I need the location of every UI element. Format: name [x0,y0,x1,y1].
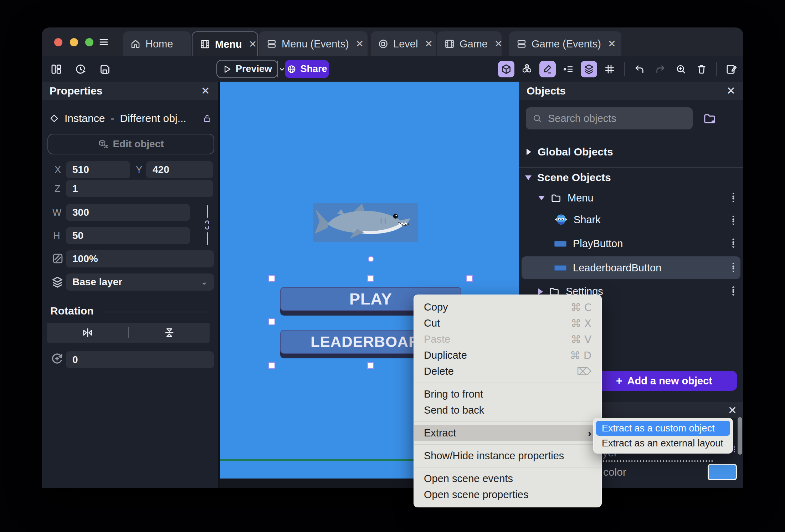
undo-icon[interactable] [631,61,648,77]
caret-down-icon[interactable] [525,175,532,180]
tab-game-events[interactable]: Game (Events) ✕ [509,31,621,56]
traffic-light-zoom[interactable] [85,38,93,46]
tab-menu[interactable]: Menu ✕ [192,31,258,56]
x-input[interactable] [66,161,130,178]
menu-item-copy[interactable]: Copy⌘ C [414,299,601,315]
share-button[interactable]: Share [285,60,329,78]
edit-mode-pencil-icon[interactable] [539,61,556,77]
tree-item-menu-folder[interactable]: Menu [538,192,594,204]
preview-button[interactable]: Preview [216,60,278,78]
properties-panel: Properties ✕ Instance - Different obj...… [42,82,220,488]
tree-item-shark[interactable]: Shark [554,213,601,226]
save-icon[interactable] [97,61,113,77]
traffic-light-close[interactable] [54,38,62,46]
z-input[interactable] [66,180,213,197]
menu-item-open-scene-properties[interactable]: Open scene properties [414,487,601,503]
global-objects-row[interactable]: Global Objects [527,146,613,158]
add-new-object-button[interactable]: + Add a new object [591,371,737,391]
layers-icon[interactable] [581,61,597,77]
panel-scrollbar[interactable] [738,417,742,455]
close-layers-panel-icon[interactable]: ✕ [728,404,737,416]
menu-item-show-hide-instance-properties[interactable]: Show/Hide instance properties [414,448,601,464]
selection-handle[interactable] [268,318,275,325]
trash-icon[interactable] [693,61,710,77]
submenu-item-label: Extract as a custom object [602,423,715,434]
close-tab-icon[interactable]: ✕ [494,39,503,49]
menu-item-duplicate[interactable]: Duplicate⌘ D [414,347,601,363]
row-menu-icon[interactable] [730,285,737,297]
menu-item-label: Bring to front [424,388,483,400]
close-properties-icon[interactable]: ✕ [201,86,210,96]
traffic-light-minimize[interactable] [70,38,78,46]
scene-objects-row[interactable]: Scene Objects [525,172,611,184]
rotate-handle[interactable] [368,256,374,262]
instance-list-icon[interactable] [560,61,576,77]
caret-right-icon[interactable] [527,149,531,155]
menu-item-cut[interactable]: Cut⌘ X [414,315,601,331]
menu-item-send-to-back[interactable]: Send to back [414,402,601,418]
tab-home[interactable]: Home [123,31,191,56]
flip-vertical-button[interactable] [129,326,210,339]
row-menu-icon[interactable] [730,237,737,249]
search-objects-input[interactable] [547,112,686,125]
edit-scene-properties-icon[interactable] [723,61,740,77]
opacity-input[interactable] [66,250,214,267]
hamburger-menu-icon[interactable] [97,37,110,47]
object-mode-icon[interactable] [498,61,514,77]
grid-icon[interactable] [601,61,618,77]
h-input[interactable] [66,227,190,244]
tab-menu-events[interactable]: Menu (Events) ✕ [259,31,368,56]
link-dimensions-toggle[interactable] [203,205,211,247]
row-menu-icon[interactable] [730,261,737,273]
layer-select[interactable]: Base layer ⌄ [66,273,214,291]
shark-sprite[interactable] [313,203,418,242]
search-objects-box[interactable] [526,107,693,129]
w-input[interactable] [66,204,190,221]
history-icon[interactable] [72,61,89,77]
caret-down-icon[interactable] [538,196,545,200]
level-icon [378,39,389,49]
instances-icon[interactable] [519,61,535,77]
menu-item-extract[interactable]: Extract› [414,425,601,441]
close-objects-icon[interactable]: ✕ [727,86,735,96]
submenu-item-extract-custom-object[interactable]: Extract as a custom object [596,421,730,436]
selection-handle[interactable] [367,362,374,369]
instance-label: Instance [65,112,105,124]
edit-object-label: Edit object [113,138,164,150]
row-menu-icon[interactable] [730,214,737,226]
edit-object-button[interactable]: 2D Edit object [47,134,214,154]
add-folder-icon[interactable] [703,112,717,126]
selection-handle[interactable] [466,275,473,282]
redo-icon[interactable] [652,61,668,77]
close-tab-icon[interactable]: ✕ [356,39,364,49]
menu-item-paste[interactable]: Paste⌘ V [414,331,601,347]
tab-level[interactable]: Level ✕ [371,31,436,56]
tab-game[interactable]: Game ✕ [437,31,502,56]
selection-handle[interactable] [268,275,275,282]
close-tab-icon[interactable]: ✕ [249,40,257,49]
menu-item-open-scene-events[interactable]: Open scene events [414,471,601,487]
zoom-in-icon[interactable] [673,61,689,77]
context-menu: Copy⌘ C Cut⌘ X Paste⌘ V Duplicate⌘ D Del… [414,295,602,507]
close-tab-icon[interactable]: ✕ [608,39,616,49]
preview-label: Preview [236,63,272,75]
selection-handle[interactable] [367,275,374,282]
menu-item-shortcut: ⌘ C [571,301,591,313]
selection-handle[interactable] [268,362,275,369]
tree-item-leaderboardbutton[interactable]: LeaderboardButton [554,262,661,274]
play-icon [222,64,232,74]
menu-item-bring-to-front[interactable]: Bring to front [414,386,601,402]
toggle-panels-icon[interactable] [48,61,65,77]
lock-open-icon[interactable] [202,113,212,123]
caret-right-icon[interactable] [538,288,543,295]
menu-item-delete[interactable]: Delete⌦ [414,363,601,379]
background-color-swatch[interactable] [708,464,737,480]
y-input[interactable] [146,161,213,178]
row-menu-icon[interactable] [730,191,737,204]
close-tab-icon[interactable]: ✕ [425,39,433,49]
flip-horizontal-button[interactable] [47,326,128,339]
tree-item-playbutton[interactable]: PlayButton [554,238,623,250]
rotation-input[interactable] [66,351,214,368]
tree-item-label: LeaderboardButton [573,262,661,274]
submenu-item-extract-external-layout[interactable]: Extract as an external layout [596,436,730,451]
